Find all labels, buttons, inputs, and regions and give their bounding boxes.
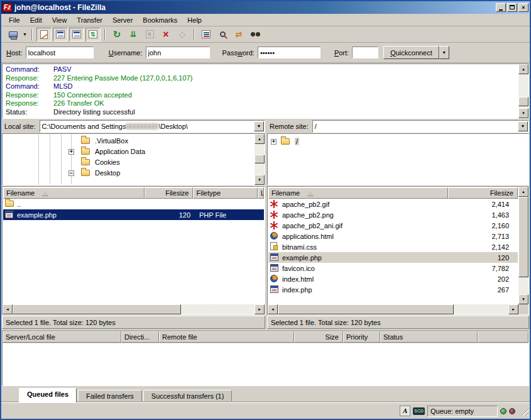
file-row[interactable]: .. [3, 199, 264, 209]
port-input[interactable] [352, 47, 378, 58]
file-row[interactable]: example.php120 [268, 252, 518, 263]
column-header-l[interactable]: L [258, 187, 264, 199]
column-header-filesize[interactable]: Filesize [448, 187, 518, 199]
toggle-queue-icon[interactable]: ⇅ [85, 28, 101, 41]
password-input[interactable] [258, 47, 320, 58]
scroll-down-icon[interactable]: ▼ [255, 175, 265, 185]
queue-column-serverlocalfile[interactable]: Server/Local file [3, 331, 121, 343]
queue-column-directi[interactable]: Directi... [121, 331, 159, 343]
scroll-down-icon[interactable]: ▼ [518, 108, 528, 118]
scroll-down-icon[interactable]: ▼ [518, 294, 528, 304]
tree-item[interactable]: .VirtualBox [3, 136, 254, 146]
compare-icon[interactable] [215, 28, 230, 41]
process-queue-icon[interactable]: ⇊ [126, 28, 141, 41]
scroll-right-icon[interactable]: ► [508, 304, 518, 314]
local-site-dropdown[interactable]: ▼ [254, 121, 264, 131]
firefox-file-icon [270, 275, 278, 282]
pane-divider[interactable] [265, 119, 267, 329]
local-site-combo[interactable]: C:\Documents and Settings\Desktop\ ▼ [40, 120, 265, 133]
menu-view[interactable]: View [47, 15, 72, 25]
remote-vscrollbar[interactable]: ▲ ▼ [518, 187, 528, 304]
sync-browse-icon[interactable]: ⇄ [231, 28, 246, 41]
toggle-local-tree-icon[interactable] [53, 28, 68, 41]
scroll-up-icon[interactable]: ▲ [518, 64, 528, 74]
queue-column-size[interactable]: Size [294, 331, 343, 343]
resize-grip[interactable] [519, 406, 528, 416]
file-name-cell: example.php [4, 209, 146, 220]
local-tree-scrollbar[interactable]: ▲ ▼ [255, 134, 265, 185]
scroll-thumb[interactable] [278, 304, 454, 314]
scroll-up-icon[interactable]: ▲ [255, 134, 265, 144]
tree-item[interactable]: −Desktop [3, 168, 254, 179]
remote-site-combo[interactable]: / ▼ [312, 120, 529, 133]
file-row[interactable]: apache_pb2.gif2,414 [268, 199, 518, 209]
scroll-left-icon[interactable]: ◄ [268, 304, 278, 314]
file-row[interactable]: favicon.ico7,782 [268, 263, 518, 274]
column-header-filetype[interactable]: Filetype [193, 187, 258, 199]
quickconnect-dropdown[interactable]: ▼ [439, 46, 449, 59]
queue-column-status[interactable]: Status [380, 331, 478, 343]
cancel-icon[interactable]: × [142, 28, 157, 41]
reconnect-icon[interactable]: ◇ [175, 28, 190, 41]
local-hscrollbar[interactable]: ◄ ► [3, 304, 265, 314]
menu-help[interactable]: Help [182, 15, 207, 25]
find-icon[interactable] [248, 28, 263, 41]
disconnect-icon[interactable]: × [158, 28, 173, 41]
port-label: Port: [334, 49, 349, 57]
file-row[interactable]: index.php267 [268, 284, 518, 295]
filter-icon[interactable] [199, 28, 214, 41]
file-row[interactable]: apache_pb2_ani.gif2,160 [268, 220, 518, 231]
menu-edit[interactable]: Edit [25, 15, 47, 25]
site-manager-icon[interactable] [6, 28, 21, 41]
menu-server[interactable]: Server [107, 15, 138, 25]
ascii-indicator-icon: A [400, 406, 410, 416]
tree-expander-icon[interactable]: + [271, 139, 276, 145]
scroll-thumb[interactable] [13, 304, 181, 314]
menu-bookmarks[interactable]: Bookmarks [138, 15, 182, 25]
toggle-remote-tree-icon[interactable] [69, 28, 84, 41]
scroll-thumb[interactable] [518, 97, 528, 106]
scroll-right-icon[interactable]: ► [255, 304, 265, 314]
close-button[interactable]: × [518, 3, 528, 12]
quickconnect-button[interactable]: Quickconnect [383, 46, 439, 59]
scroll-thumb[interactable] [518, 197, 528, 277]
file-row[interactable]: example.php120PHP File1 [3, 209, 264, 220]
tab-successful-transfers-[interactable]: Successful transfers (1) [143, 390, 233, 402]
scroll-up-icon[interactable]: ▲ [518, 187, 528, 197]
tab-failed-transfers[interactable]: Failed transfers [78, 390, 142, 402]
host-input[interactable] [26, 47, 94, 58]
tree-item[interactable]: Cookies [3, 157, 254, 168]
file-row[interactable]: bitnami.css2,142 [268, 241, 518, 252]
queue-column-remotefile[interactable]: Remote file [159, 331, 294, 343]
scd-badge-icon: SCD [413, 407, 425, 415]
file-row[interactable]: applications.html2,713 [268, 231, 518, 241]
site-manager-dropdown-icon[interactable]: ▼ [21, 28, 28, 41]
file-row[interactable]: index.html202 [268, 274, 518, 284]
column-header-filesize[interactable]: Filesize [145, 187, 194, 199]
maximize-button[interactable] [507, 3, 517, 12]
queue-column-priority[interactable]: Priority [343, 331, 380, 343]
minimize-button[interactable] [496, 3, 506, 12]
tree-item[interactable]: +/ [268, 136, 528, 147]
column-header-filename[interactable]: Filename [268, 187, 448, 199]
file-size-cell: 2,713 [448, 231, 514, 242]
remote-hscrollbar[interactable]: ◄ ► [268, 304, 518, 314]
tree-item[interactable]: +Application Data [3, 146, 254, 157]
tree-expander-icon[interactable]: − [68, 170, 74, 176]
username-input[interactable] [146, 47, 210, 58]
scroll-thumb[interactable] [255, 155, 265, 163]
tree-expander-icon[interactable]: + [68, 149, 74, 155]
file-name-cell: apache_pb2.gif [270, 199, 448, 209]
column-header-filename[interactable]: Filename [3, 187, 145, 199]
tab-queued-files[interactable]: Queued files [19, 388, 77, 402]
refresh-icon[interactable]: ↻ [109, 28, 124, 41]
menu-file[interactable]: File [4, 15, 25, 25]
menu-transfer[interactable]: Transfer [72, 15, 107, 25]
remote-site-dropdown[interactable]: ▼ [518, 121, 528, 131]
file-row[interactable]: apache_pb2.png1,463 [268, 209, 518, 220]
title-bar: Fz john@localhost - FileZilla × [1, 1, 530, 14]
toggle-log-icon[interactable] [36, 28, 52, 41]
tree-item-label: .VirtualBox [95, 137, 128, 145]
scroll-left-icon[interactable]: ◄ [3, 304, 13, 314]
log-scrollbar[interactable]: ▲ ▼ [518, 64, 528, 118]
